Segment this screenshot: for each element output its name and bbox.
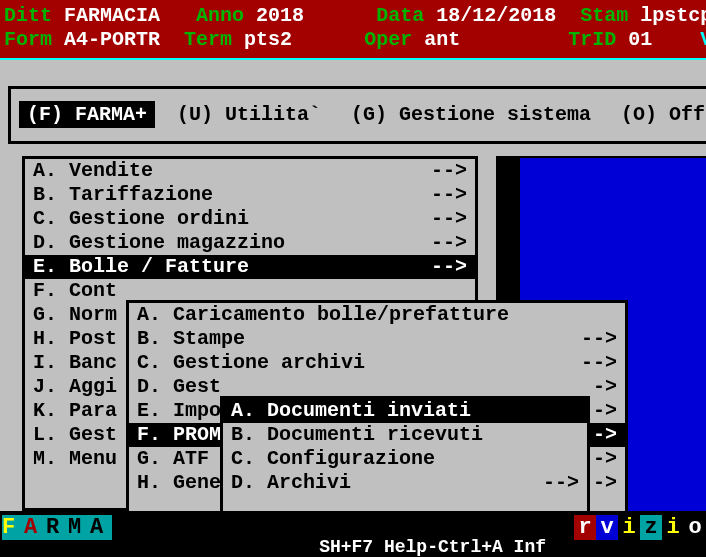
form-label: Form [4,28,52,51]
branding-letter: A [90,515,112,540]
menu-item-label: H. Post [33,327,117,351]
submenu-arrow-icon: --> [573,351,617,375]
submenu-arrow-icon: --> [535,471,579,495]
top-menu-item[interactable]: (O) Offi [613,101,706,128]
menu-item-label: A. Documenti inviati [231,399,471,423]
menu-item-label: A. Vendite [33,159,153,183]
top-menu-item[interactable]: (G) Gestione sistema [343,101,599,128]
top-menu-item[interactable]: (F) FARMA+ [19,101,155,128]
menu-item-label: K. Para [33,399,117,423]
submenu-arrow-icon: --> [423,183,467,207]
submenu-arrow-icon: --> [423,255,467,279]
menu-item[interactable]: B. Tariffazione--> [25,183,475,207]
menu-item[interactable]: C. Configurazione [223,447,587,471]
top-menu-bar: (F) FARMA+(U) Utilita`(G) Gestione siste… [8,86,706,144]
stam-label: Stam [580,4,628,27]
menu-item-label: D. Gest [137,375,221,399]
branding-letter: r [574,515,596,540]
header-bar: Ditt FARMACIA Anno 2018 Data 18/12/2018 … [0,0,706,56]
trid-label: TrID [568,28,616,51]
footer-bar: FARMA SH+F7 Help-Ctrl+A Inf rvizio [0,515,706,557]
ditt-value: FARMACIA [64,4,160,27]
menu-item[interactable]: A. Documenti inviati [223,399,587,423]
branding-letter: i [618,515,640,540]
menu-item-label: B. Stampe [137,327,245,351]
submenu-arrow-icon: --> [573,327,617,351]
menu-item-label: B. Documenti ricevuti [231,423,483,447]
header-trail: V [700,28,706,51]
menu-item-label: F. PROM [137,423,221,447]
submenu-arrow-icon: --> [423,231,467,255]
data-label: Data [376,4,424,27]
menu-item-label: J. Aggi [33,375,117,399]
menu-item-label: M. Menu [33,447,117,471]
branding-letter: o [684,515,706,540]
menu-item[interactable]: B. Stampe--> [129,327,625,351]
menu-item[interactable]: E. Bolle / Fatture--> [25,255,475,279]
branding-letter: M [68,515,90,540]
branding-letter: v [596,515,618,540]
menu-item-label: C. Gestione ordini [33,207,249,231]
menu-item-label: G. Norm [33,303,117,327]
menu-item-label: E. Impo [137,399,221,423]
menu-item[interactable]: D. Gestione magazzino--> [25,231,475,255]
menu-item[interactable]: A. Caricamento bolle/prefatture [129,303,625,327]
menu-item-label: C. Gestione archivi [137,351,365,375]
term-value: pts2 [244,28,292,51]
branding-letter: A [24,515,46,540]
menu-item-label: H. Gene [137,471,221,495]
form-value: A4-PORTR [64,28,160,51]
branding-letter: R [46,515,68,540]
ditt-label: Ditt [4,4,52,27]
menu-item-label: I. Banc [33,351,117,375]
workspace: (F) FARMA+(U) Utilita`(G) Gestione siste… [0,60,706,511]
menu-item-label: L. Gest [33,423,117,447]
anno-value: 2018 [256,4,304,27]
top-menu-item[interactable]: (U) Utilita` [169,101,329,128]
submenu-arrow-icon: --> [423,207,467,231]
oper-label: Oper [364,28,412,51]
branding-letter: F [2,515,24,540]
menu-item[interactable]: A. Vendite--> [25,159,475,183]
branding-letter: z [640,515,662,540]
menu-item[interactable]: D. Archivi--> [223,471,587,495]
menu-item-label: F. Cont [33,279,117,303]
branding-letter: i [662,515,684,540]
menu-item[interactable]: C. Gestione archivi--> [129,351,625,375]
anno-label: Anno [196,4,244,27]
menu-item-label: A. Caricamento bolle/prefatture [137,303,509,327]
submenu-arrow-icon: --> [423,159,467,183]
branding-farma: FARMA [2,515,112,540]
subsubmenu-panel: A. Documenti inviatiB. Documenti ricevut… [220,396,590,511]
oper-value: ant [424,28,460,51]
menu-item-label: D. Archivi [231,471,351,495]
menu-item-label: G. ATF [137,447,209,471]
help-hint: SH+F7 Help-Ctrl+A Inf [319,537,546,557]
menu-item-label: E. Bolle / Fatture [33,255,249,279]
stam-value: lpstcp [640,4,706,27]
menu-item-label: B. Tariffazione [33,183,213,207]
data-value: 18/12/2018 [436,4,556,27]
term-label: Term [184,28,232,51]
menu-item-label: C. Configurazione [231,447,435,471]
trid-value: 01 [628,28,652,51]
menu-item[interactable]: C. Gestione ordini--> [25,207,475,231]
menu-item-label: D. Gestione magazzino [33,231,285,255]
branding-rvizio: rvizio [574,515,706,540]
menu-item[interactable]: B. Documenti ricevuti [223,423,587,447]
